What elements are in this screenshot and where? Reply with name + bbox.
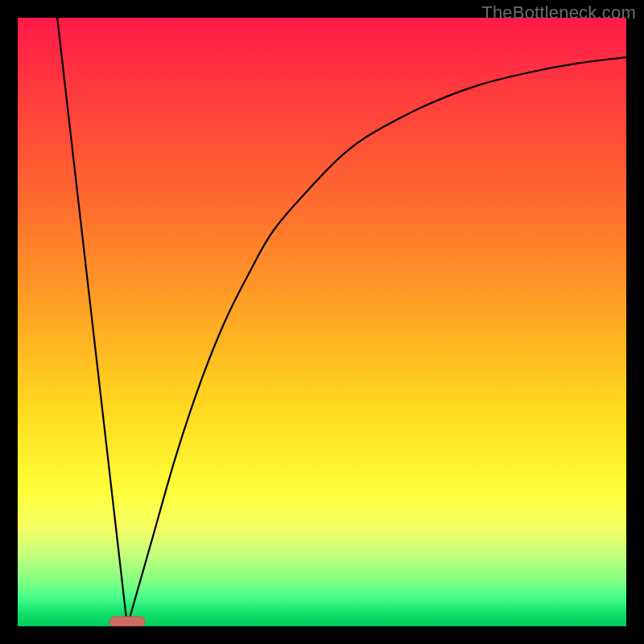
optimal-point-indicator (109, 617, 145, 626)
watermark-label: TheBottleneck.com (481, 2, 636, 23)
curve-right-ascent (127, 57, 626, 626)
chart-plot-area (18, 18, 626, 626)
bottleneck-chart (18, 18, 626, 626)
curve-left-descent (57, 18, 127, 626)
